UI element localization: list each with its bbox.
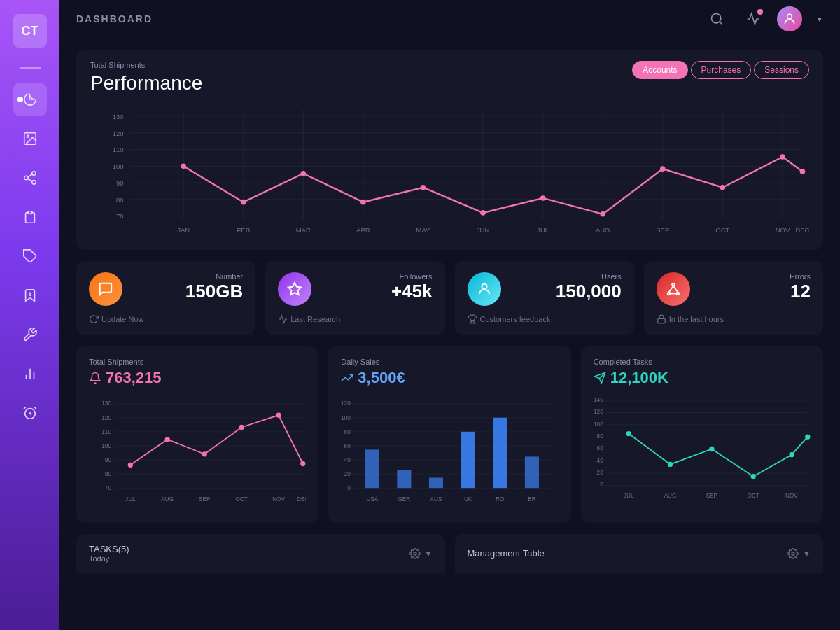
svg-point-118 (709, 447, 714, 451)
chart-dot (720, 185, 726, 190)
footer-tasks-chevron[interactable]: ▼ (425, 550, 433, 558)
svg-point-18 (788, 14, 792, 19)
bottom-card-sales: Daily Sales 3,500€ 120 100 80 60 40 20 0 (328, 346, 570, 523)
performance-card: Total Shipments Performance Accounts Pur… (76, 50, 823, 250)
share-icon (22, 170, 38, 186)
stat-footer-number: Update Now (89, 314, 243, 324)
user-avatar[interactable] (777, 6, 802, 31)
stat-right-errors: Errors 12 (790, 272, 811, 302)
x-label-jan: JAN (177, 226, 190, 234)
stat-value-followers: +45k (391, 281, 433, 302)
svg-text:NOV: NOV (785, 493, 798, 499)
tools-icon (22, 327, 38, 342)
svg-text:40: 40 (596, 458, 603, 464)
gear-icon[interactable] (410, 548, 421, 559)
svg-text:20: 20 (344, 471, 351, 477)
svg-line-15 (30, 414, 31, 415)
footer-management-title: Management Table (468, 548, 545, 559)
svg-text:100: 100 (341, 415, 351, 421)
chart-dot (241, 200, 246, 205)
svg-rect-87 (398, 470, 412, 489)
chart-dot (600, 211, 606, 217)
chart-dot (780, 154, 785, 160)
x-label-jul: JUL (537, 226, 549, 234)
stat-value-number: 150GB (186, 281, 243, 302)
page-title: DASHBOARD (76, 13, 704, 24)
sales-chart: 120 100 80 60 40 20 0 (341, 394, 558, 509)
y-label-80: 80 (116, 196, 124, 204)
stat-footer-followers: Last Research (278, 314, 432, 324)
stat-value-users: 150,000 (556, 281, 622, 302)
tasks-number: 12,100K (610, 369, 668, 387)
svg-point-1 (27, 135, 29, 137)
network-icon (666, 281, 681, 297)
stat-footer-label-errors: In the last hours (669, 315, 724, 323)
sidebar-item-network[interactable] (13, 161, 47, 195)
chart-dot (800, 169, 806, 174)
svg-point-116 (626, 431, 631, 436)
tasks-label: Completed Tasks (594, 358, 811, 366)
sidebar-item-alarm[interactable] (13, 396, 47, 430)
chat-icon (98, 281, 113, 297)
stat-footer-label-followers: Last Research (290, 315, 340, 323)
chart-dot (301, 171, 307, 176)
stat-footer-label-number: Update Now (102, 315, 144, 323)
footer-management-chevron[interactable]: ▼ (803, 550, 811, 558)
stat-card-users: Users 150,000 Customers feedback (455, 261, 634, 335)
notification-badge (757, 9, 763, 15)
svg-line-17 (720, 22, 722, 24)
svg-text:100: 100 (102, 443, 111, 449)
svg-text:120: 120 (341, 401, 351, 407)
avatar-chevron-icon[interactable]: ▼ (816, 15, 823, 23)
header-icons: ▼ (704, 6, 823, 31)
sidebar-item-chart[interactable] (13, 357, 47, 391)
svg-text:AUG: AUG (664, 493, 676, 499)
tab-purchases[interactable]: Purchases (691, 61, 752, 79)
tab-sessions[interactable]: Sessions (754, 61, 809, 79)
sidebar-item-dashboard[interactable] (13, 83, 47, 116)
sidebar-item-tasks[interactable] (13, 200, 47, 234)
sidebar-item-puzzle[interactable] (13, 239, 47, 273)
sidebar-item-gallery[interactable] (13, 122, 47, 155)
sidebar-item-bookmark[interactable] (13, 279, 47, 312)
svg-line-5 (27, 178, 31, 181)
svg-line-42 (668, 286, 673, 293)
stat-right-followers: Followers +45k (391, 272, 433, 302)
svg-point-127 (414, 552, 416, 555)
sales-label: Daily Sales (341, 358, 558, 366)
stat-right-number: Number 150GB (186, 272, 243, 302)
svg-text:100: 100 (594, 421, 603, 428)
y-label-70: 70 (116, 212, 124, 220)
star-icon (287, 281, 302, 297)
main-content: DASHBOARD ▼ Total Shipments Performance … (59, 0, 840, 630)
svg-text:AUG: AUG (161, 497, 174, 503)
svg-rect-88 (429, 478, 443, 489)
chart-pie-icon (22, 92, 38, 107)
activity-icon-sm (278, 314, 288, 324)
svg-text:NOV: NOV (272, 497, 285, 503)
send-icon (594, 372, 606, 384)
svg-point-61 (165, 437, 170, 442)
svg-text:JUL: JUL (624, 493, 634, 499)
search-button[interactable] (704, 6, 729, 31)
chart-dot (660, 166, 666, 172)
svg-text:80: 80 (596, 433, 603, 440)
stat-card-header-followers: Followers +45k (278, 272, 432, 306)
svg-text:130: 130 (102, 401, 111, 407)
svg-rect-86 (365, 450, 379, 489)
x-label-oct: OCT (715, 226, 729, 234)
gear-icon-2[interactable] (788, 548, 799, 559)
tab-accounts[interactable]: Accounts (632, 61, 687, 79)
activity-button[interactable] (741, 6, 766, 31)
footer-tasks-info: TASKS(5) Today (89, 544, 130, 563)
trophy-icon (468, 314, 477, 324)
svg-rect-90 (493, 418, 507, 488)
chart-dot (360, 200, 366, 205)
sidebar-item-settings[interactable] (13, 318, 47, 351)
search-icon (710, 12, 724, 26)
chart-dot (480, 210, 486, 216)
svg-text:0: 0 (347, 485, 351, 491)
x-label-nov: NOV (776, 226, 790, 234)
svg-text:USA: USA (367, 497, 379, 503)
stat-icon-wrap-chat (89, 272, 122, 306)
